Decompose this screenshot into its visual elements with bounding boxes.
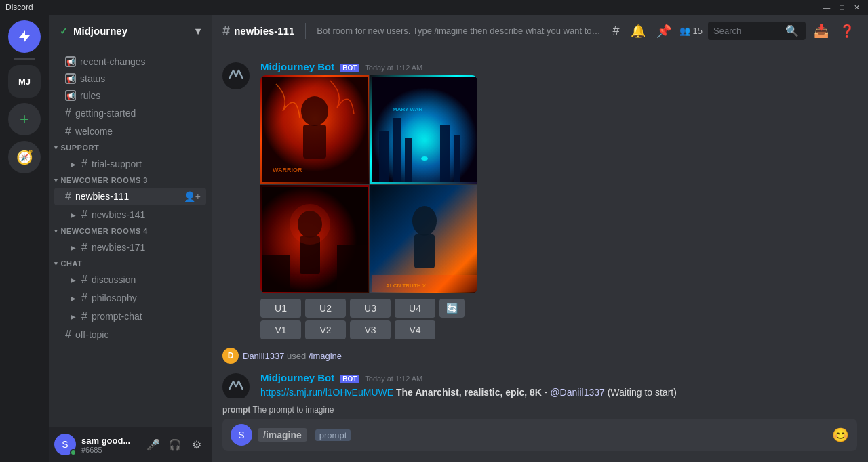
thread-icon[interactable]: #: [610, 21, 623, 41]
mention: @Daniil1337: [550, 387, 604, 398]
maximize-btn[interactable]: □: [837, 3, 847, 12]
server-icon-home[interactable]: [8, 20, 41, 53]
message-link[interactable]: https://s.mj.run/l1OHvEuMUWE: [260, 387, 393, 398]
add-member-icon: 👤+: [184, 191, 201, 202]
channel-item-philosophy[interactable]: ▶ # philosophy: [54, 289, 206, 307]
refresh-button[interactable]: 🔄: [439, 299, 465, 318]
settings-button[interactable]: ⚙: [187, 435, 206, 454]
channel-item-prompt-chat[interactable]: ▶ # prompt-chat: [54, 308, 206, 325]
u1-button[interactable]: U1: [260, 299, 301, 318]
channel-item-status[interactable]: 📢 status: [54, 70, 206, 87]
app-title: Discord: [5, 3, 33, 12]
user-area: S sam good... #6685 🎤 🎧 ⚙: [49, 427, 212, 462]
add-server-button[interactable]: +: [8, 103, 41, 135]
action-buttons-row-1: U1 U2 U3 U4 🔄: [260, 299, 857, 318]
announce-icon: 📢: [65, 56, 76, 67]
channel-item-recent-changes[interactable]: 📢 recent-changes: [54, 54, 206, 70]
server-header[interactable]: ✓ Midjourney ▾: [49, 15, 212, 47]
v1-button[interactable]: V1: [260, 320, 301, 339]
svg-point-11: [421, 156, 428, 161]
message-author: Midjourney Bot: [260, 61, 334, 72]
u4-button[interactable]: U4: [395, 299, 435, 318]
category-chat[interactable]: ▾ CHAT: [49, 257, 212, 270]
category-label: CHAT: [61, 259, 83, 268]
mute-button[interactable]: 🎤: [144, 435, 163, 454]
channel-name: rules: [80, 90, 100, 101]
server-label: MJ: [18, 77, 31, 87]
category-arrow: ▾: [54, 228, 58, 234]
channel-name: off-topic: [75, 329, 109, 340]
expand-arrow: ▶: [71, 295, 76, 302]
bot-badge: BOT: [340, 64, 359, 72]
channel-name: newbies-171: [92, 242, 145, 253]
explore-button[interactable]: 🧭: [8, 141, 41, 173]
messages-area[interactable]: Midjourney Bot BOT Today at 1:12 AM: [212, 47, 868, 398]
member-count[interactable]: 👥 15: [679, 26, 703, 36]
svg-rect-16: [262, 255, 290, 292]
v3-button[interactable]: V3: [350, 320, 391, 339]
window-controls[interactable]: — □ ✕: [820, 3, 863, 12]
category-newcomer-4[interactable]: ▾ NEWCOMER ROOMS 4: [49, 224, 212, 238]
channel-name: status: [80, 73, 105, 84]
chat-input[interactable]: [356, 429, 827, 440]
pin-icon[interactable]: 📌: [654, 21, 674, 41]
inbox-icon[interactable]: 📥: [811, 21, 831, 41]
server-divider: [14, 58, 35, 60]
channel-name: welcome: [75, 126, 113, 137]
deafen-button[interactable]: 🎧: [165, 435, 184, 454]
svg-point-2: [301, 96, 328, 126]
chat-input-wrapper: S /imagine prompt 😊: [222, 419, 857, 451]
channel-item-welcome[interactable]: # welcome: [54, 123, 206, 140]
channel-item-getting-started[interactable]: # getting-started: [54, 104, 206, 122]
channel-item-newbies-111[interactable]: # newbies-111 👤+: [54, 188, 206, 205]
tooltip-description: The prompt to imagine: [252, 405, 334, 415]
channel-item-trial-support[interactable]: ▶ # trial-support: [54, 155, 206, 173]
bot-badge-2: BOT: [340, 375, 359, 383]
channel-item-rules[interactable]: 📢 rules: [54, 87, 206, 104]
channel-name: discussion: [92, 274, 136, 285]
search-box[interactable]: 🔍: [708, 22, 806, 40]
channel-item-newbies-141[interactable]: ▶ # newbies-141: [54, 206, 206, 224]
topbar-hash-icon: #: [222, 23, 230, 39]
minimize-btn[interactable]: —: [820, 3, 833, 12]
bot-avatar-inner: [222, 62, 250, 89]
hash-icon: #: [81, 158, 87, 170]
action-used: used: [287, 351, 309, 361]
imagine-badge: prompt: [315, 429, 351, 441]
category-arrow: ▾: [54, 177, 58, 184]
message-header-2: Midjourney Bot BOT Today at 1:12 AM: [260, 372, 857, 383]
category-support[interactable]: ▾ SUPPORT: [49, 141, 212, 154]
channel-name: prompt-chat: [92, 311, 142, 322]
v2-button[interactable]: V2: [305, 320, 346, 339]
message-content-2: Midjourney Bot BOT Today at 1:12 AM http…: [260, 372, 857, 398]
category-label: NEWCOMER ROOMS 3: [61, 176, 148, 184]
member-count-value: 15: [693, 26, 703, 36]
message-header: Midjourney Bot BOT Today at 1:12 AM: [260, 61, 857, 72]
u3-button[interactable]: U3: [350, 299, 391, 318]
category-newcomer-3[interactable]: ▾ NEWCOMER ROOMS 3: [49, 173, 212, 187]
search-input[interactable]: [713, 26, 781, 36]
u2-button[interactable]: U2: [305, 299, 346, 318]
channel-item-newbies-171[interactable]: ▶ # newbies-171: [54, 238, 206, 256]
image-panel-2: MARY WAR: [370, 75, 477, 184]
expand-arrow: ▶: [71, 313, 76, 320]
server-checkmark: ✓: [60, 26, 68, 37]
v4-button[interactable]: V4: [395, 320, 435, 339]
image-grid: WARRIOR: [260, 75, 477, 293]
hash-icon: #: [81, 292, 87, 304]
svg-rect-21: [414, 234, 435, 268]
close-btn[interactable]: ✕: [851, 3, 863, 12]
expand-arrow: ▶: [71, 244, 76, 251]
message-body: The Anarchist, realistic, epic, 8K -: [396, 387, 550, 398]
emoji-button[interactable]: 😊: [832, 427, 849, 443]
action-username: Daniil1337: [243, 351, 284, 361]
channel-list: 📢 recent-changes 📢 status 📢 rules # gett…: [49, 47, 212, 427]
channel-item-discussion[interactable]: ▶ # discussion: [54, 271, 206, 289]
expand-arrow: ▶: [71, 161, 76, 168]
hash-icon: #: [65, 107, 71, 119]
help-icon[interactable]: ❓: [837, 21, 857, 41]
category-label: NEWCOMER ROOMS 4: [61, 227, 148, 235]
channel-item-off-topic[interactable]: # off-topic: [54, 326, 206, 343]
server-icon-midjourney[interactable]: MJ: [8, 65, 41, 98]
notification-icon[interactable]: 🔔: [628, 21, 648, 41]
